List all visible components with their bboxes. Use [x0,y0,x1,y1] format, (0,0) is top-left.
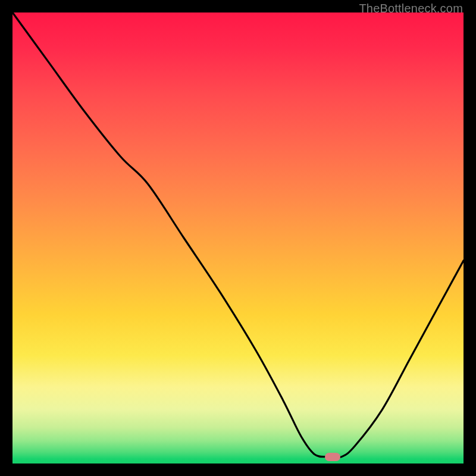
watermark-text: TheBottleneck.com [359,2,463,15]
chart-frame: TheBottleneck.com [0,0,476,476]
optimal-point-marker [325,453,340,461]
plot-area [12,12,464,464]
bottleneck-curve [12,12,464,464]
curve-path [12,12,464,458]
